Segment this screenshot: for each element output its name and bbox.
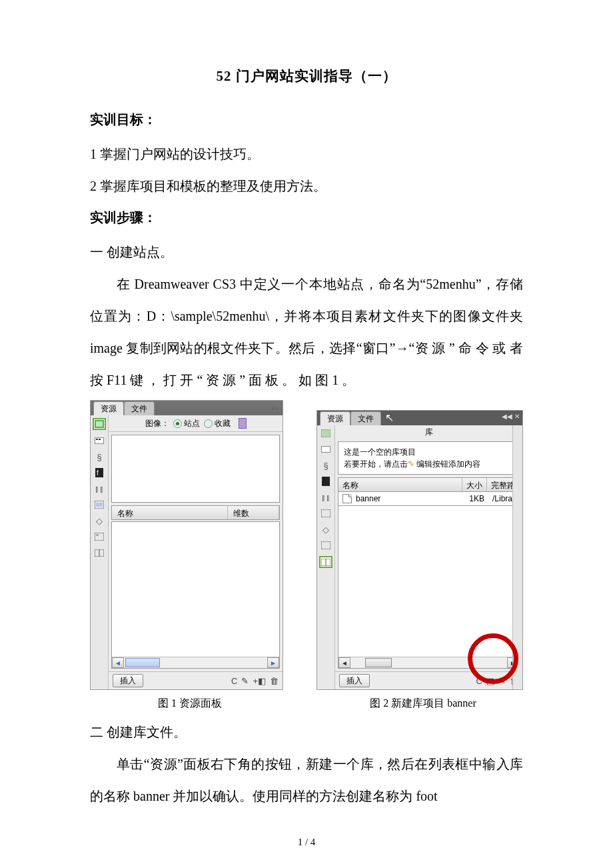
tab-files-2[interactable]: 文件 xyxy=(350,411,381,425)
scripts-category-icon-2[interactable]: ◇ xyxy=(320,524,332,535)
panel-menu-icon[interactable]: ▾≡ xyxy=(271,405,279,412)
panel1-column-header: 名称 维数 xyxy=(111,505,280,520)
tab-files[interactable]: 文件 xyxy=(124,401,155,415)
edit-icon[interactable]: ✎ xyxy=(241,676,249,686)
panel2-content: 库 这是一个空的库项目 若要开始，请点击✎ 编辑按钮添加内容 名称 大小 完整路… xyxy=(335,425,522,689)
panel1-footer: 插入 C ✎ +◧ 🗑 xyxy=(109,671,283,689)
panel2-tabbar: 资源 文件 ↖ ◀◀ ✕ xyxy=(317,411,522,425)
library-category-icon[interactable] xyxy=(93,547,105,558)
new-library-item-icon[interactable]: ⬒ xyxy=(486,676,494,686)
insert-button-2[interactable]: 插入 xyxy=(339,674,370,687)
panel1-preview-area xyxy=(111,435,280,503)
refresh-icon[interactable]: C xyxy=(231,676,237,686)
step1-heading: 一 创建站点。 xyxy=(90,236,523,268)
flash-category-icon-2[interactable] xyxy=(320,476,332,487)
panel2-hscrollbar[interactable]: ◄ ► xyxy=(338,657,519,668)
goal-heading: 实训目标： xyxy=(90,111,523,129)
panel1-tabbar: 资源 文件 ▾≡ xyxy=(91,401,283,415)
figure-captions: 图 1 资源面板 图 2 新建库项目 banner xyxy=(90,697,523,711)
assets-panel-fig2: 资源 文件 ↖ ◀◀ ✕ § ⫿⫿ ◇ xyxy=(316,410,523,690)
col-size[interactable]: 大小 xyxy=(462,478,487,491)
scroll-right-icon[interactable]: ► xyxy=(267,657,279,668)
templates-category-icon[interactable] xyxy=(93,531,105,542)
filter-label: 图像： xyxy=(145,418,169,429)
bookmark-icon[interactable] xyxy=(239,418,247,429)
assets-panel-fig1: 资源 文件 ▾≡ § f ⫿⫿ ◇ 图像： xyxy=(90,400,283,690)
svg-rect-17 xyxy=(322,477,330,486)
panel1-filterbar: 图像： 站点 收藏 xyxy=(109,415,283,432)
movies-category-icon-2[interactable] xyxy=(320,508,332,519)
colors-category-icon-2[interactable] xyxy=(320,444,332,455)
flash-category-icon[interactable]: f xyxy=(93,467,105,478)
urls-category-icon-2[interactable]: § xyxy=(320,460,332,471)
step1-body: 在 Dreamweaver CS3 中定义一个本地站点，命名为“52menhu”… xyxy=(90,268,523,396)
svg-rect-1 xyxy=(96,421,103,427)
library-category-icon-2[interactable] xyxy=(319,556,332,568)
scroll-thumb-2[interactable] xyxy=(365,658,392,667)
templates-category-icon-2[interactable] xyxy=(320,540,332,551)
panel2-list-area: ◄ ► xyxy=(338,506,520,669)
figure-row: 资源 文件 ▾≡ § f ⫿⫿ ◇ 图像： xyxy=(90,400,523,690)
scroll-thumb[interactable] xyxy=(125,658,160,667)
radio-site[interactable]: 站点 xyxy=(173,418,200,429)
svg-rect-4 xyxy=(96,439,98,440)
row-name: banner xyxy=(356,494,380,503)
panel-collapse-icon[interactable]: ◀◀ ✕ xyxy=(502,413,520,420)
svg-rect-19 xyxy=(321,541,330,549)
colors-category-icon[interactable] xyxy=(93,435,105,446)
panel1-sidebar: § f ⫿⫿ ◇ xyxy=(91,415,109,689)
panel2-vscrollbar[interactable] xyxy=(512,425,522,689)
empty-library-message: 这是一个空的库项目 若要开始，请点击✎ 编辑按钮添加内容 xyxy=(338,441,520,475)
images-category-icon[interactable] xyxy=(93,418,106,430)
svg-rect-10 xyxy=(95,533,104,541)
radio-favorites[interactable]: 收藏 xyxy=(204,418,231,429)
svg-rect-18 xyxy=(321,509,330,517)
caption-fig1: 图 1 资源面板 xyxy=(90,697,290,711)
svg-rect-9 xyxy=(96,503,103,507)
library-title: 库 xyxy=(335,425,522,439)
scroll-left-icon[interactable]: ◄ xyxy=(112,657,124,668)
page-number: 1 / 4 xyxy=(0,837,613,848)
document-page: 52 门户网站实训指导（一） 实训目标： 1 掌握门户网站的设计技巧。 2 掌握… xyxy=(0,0,613,868)
msg-line2: 若要开始，请点击✎ 编辑按钮添加内容 xyxy=(344,458,514,470)
images-category-icon-2[interactable] xyxy=(320,428,332,439)
cursor-icon: ↖ xyxy=(385,411,394,424)
refresh-icon-2[interactable]: C xyxy=(476,676,482,686)
col-name-2[interactable]: 名称 xyxy=(338,478,462,491)
panel2-footer: 插入 C ⬒ ✎ 🗑 xyxy=(335,671,522,689)
library-item-row[interactable]: banner 1KB /Librar xyxy=(338,492,520,506)
caption-fig2: 图 2 新建库项目 banner xyxy=(323,697,523,711)
delete-icon[interactable]: 🗑 xyxy=(270,676,279,686)
shockwave-category-icon-2[interactable]: ⫿⫿ xyxy=(320,492,332,503)
svg-rect-5 xyxy=(99,439,101,440)
library-item-icon xyxy=(342,494,352,503)
svg-rect-14 xyxy=(321,429,330,437)
shockwave-category-icon[interactable]: ⫿⫿ xyxy=(93,483,105,494)
pencil-icon: ✎ xyxy=(408,459,414,469)
svg-rect-16 xyxy=(322,447,330,452)
msg-line1: 这是一个空的库项目 xyxy=(344,446,514,458)
insert-button[interactable]: 插入 xyxy=(113,674,143,687)
col-dimensions[interactable]: 维数 xyxy=(228,506,279,519)
goal-item-1: 1 掌握门户网站的设计技巧。 xyxy=(90,138,523,170)
tab-assets-2[interactable]: 资源 xyxy=(320,411,350,425)
add-favorite-icon[interactable]: +◧ xyxy=(253,676,266,686)
panel1-content: 图像： 站点 收藏 名称 维数 ◄ xyxy=(109,415,283,689)
scroll-left-icon-2[interactable]: ◄ xyxy=(338,657,350,668)
tab-assets[interactable]: 资源 xyxy=(93,401,124,415)
svg-rect-11 xyxy=(96,534,99,536)
svg-text:f: f xyxy=(97,469,99,477)
step2-heading: 二 创建库文件。 xyxy=(90,716,523,748)
goal-item-2: 2 掌握库项目和模板的整理及使用方法。 xyxy=(90,170,523,202)
movies-category-icon[interactable] xyxy=(93,499,105,510)
edit-icon-2[interactable]: ✎ xyxy=(498,676,506,686)
panel2-sidebar: § ⫿⫿ ◇ xyxy=(317,425,335,689)
step2-body: 单击“资源”面板右下角的按钮，新建一个库，然后在列表框中输入库的名称 banne… xyxy=(90,748,523,812)
doc-title: 52 门户网站实训指导（一） xyxy=(90,67,523,85)
panel1-hscrollbar[interactable]: ◄ ► xyxy=(112,657,279,668)
row-size: 1KB xyxy=(465,492,488,505)
col-name[interactable]: 名称 xyxy=(112,506,228,519)
scripts-category-icon[interactable]: ◇ xyxy=(93,515,105,526)
panel2-column-header: 名称 大小 完整路 xyxy=(338,477,520,492)
urls-category-icon[interactable]: § xyxy=(93,451,105,462)
